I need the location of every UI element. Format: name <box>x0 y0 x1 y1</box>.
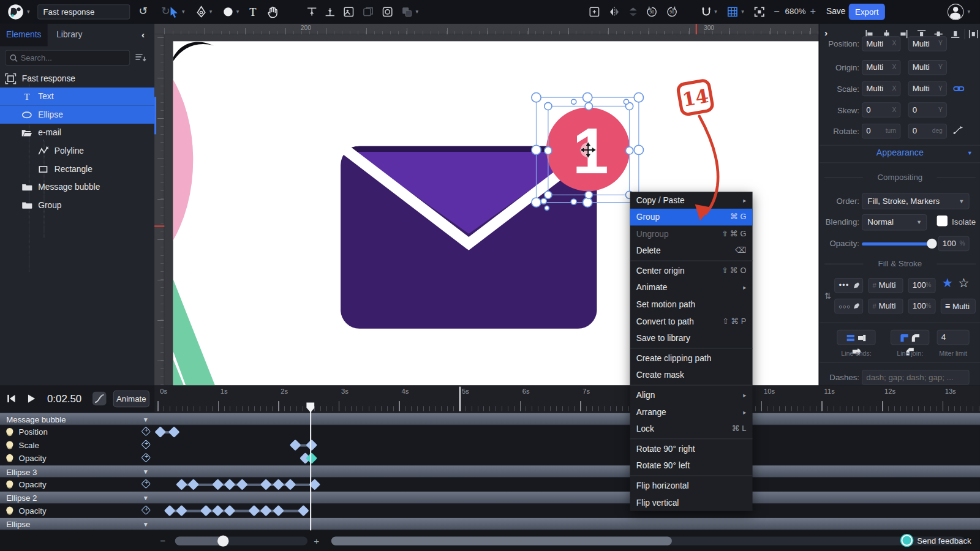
keyframe[interactable] <box>176 479 187 490</box>
timeline-scrollbar[interactable] <box>331 537 965 545</box>
menu-item-copy-paste[interactable]: Copy / Paste▸ <box>630 192 753 209</box>
track-property-position[interactable]: Position <box>0 425 980 438</box>
keyframe[interactable] <box>298 505 309 517</box>
menu-item-flip-vertical[interactable]: Flip vertical <box>630 494 753 511</box>
menu-item-ungroup[interactable]: Ungroup⇧ ⌘ G <box>630 225 753 242</box>
scale-y-field[interactable]: MultiY <box>908 81 947 96</box>
tab-library[interactable]: Library <box>48 24 91 47</box>
track-collapse-icon[interactable]: ▼ <box>143 492 149 504</box>
rotate-turn-field[interactable]: 0turn <box>862 124 900 138</box>
position-y-field[interactable]: MultiY <box>908 36 947 51</box>
stroke-width-dropdown[interactable]: ≡ Multi <box>941 299 976 313</box>
animate-button[interactable]: Animate <box>113 391 149 408</box>
orient-to-path-icon[interactable] <box>953 125 964 135</box>
menu-item-lock[interactable]: Lock⌘ L <box>630 421 753 438</box>
snap-magnet-icon[interactable] <box>700 6 712 18</box>
shape-tool-icon[interactable] <box>222 6 234 18</box>
frame-image-icon[interactable] <box>342 6 355 18</box>
menu-item-center-origin[interactable]: Center origin⇧ ⌘ O <box>630 263 753 280</box>
align-anchor-top-icon[interactable] <box>306 6 318 18</box>
rotate-90-cw-icon[interactable]: 90 <box>666 6 678 18</box>
keyframe[interactable] <box>285 479 296 490</box>
timeline-zoom-out-button[interactable]: − <box>160 530 165 551</box>
menu-item-arrange[interactable]: Arrange▸ <box>630 403 753 421</box>
track-collapse-icon[interactable]: ▼ <box>143 518 149 531</box>
keyframe[interactable] <box>306 440 317 451</box>
timeline-ruler[interactable]: 0s1s2s3s4s5s6s7s8s9s10s11s12s13s <box>154 386 980 413</box>
menu-item-create-clipping-path[interactable]: Create clipping path <box>630 350 753 367</box>
keyframe[interactable] <box>212 479 224 490</box>
add-keyframe-button[interactable] <box>141 479 151 489</box>
keyframe[interactable] <box>164 505 175 517</box>
logo-menu-caret[interactable]: ▾ <box>27 0 30 24</box>
rotate-90-ccw-icon[interactable]: 90 <box>646 6 658 18</box>
appearance-caret[interactable]: ▼ <box>967 150 973 156</box>
snap-caret[interactable]: ▾ <box>714 0 717 24</box>
keyframe[interactable] <box>236 479 248 490</box>
inspector-collapse-icon[interactable]: › <box>824 28 827 38</box>
fill-color-field[interactable]: # Multi <box>868 278 903 293</box>
stroke-swatch-button[interactable]: ○○○ <box>834 299 863 313</box>
track-property-scale[interactable]: Scale <box>0 438 980 451</box>
menu-item-rotate-90-left[interactable]: Rotate 90° left <box>630 457 753 474</box>
distribute-h-icon[interactable] <box>968 29 979 39</box>
search-input[interactable] <box>21 51 127 65</box>
layer-item-rectangle[interactable]: Rectangle <box>0 160 154 178</box>
zoom-slider-thumb[interactable] <box>217 535 228 546</box>
add-keyframe-button[interactable] <box>141 505 151 515</box>
sort-icon[interactable] <box>134 51 146 64</box>
stroke-color-field[interactable]: # Multi <box>868 299 903 313</box>
layer-item-e-mail[interactable]: e-mail <box>0 124 154 142</box>
menu-item-set-motion-path[interactable]: Set motion path <box>630 296 753 313</box>
shape-tool-caret[interactable]: ▾ <box>236 0 239 24</box>
track-group-ellipse-3[interactable]: Ellipse 3▼ <box>0 465 980 478</box>
keyframe[interactable] <box>212 505 224 517</box>
keyframe[interactable] <box>260 505 272 517</box>
track-group-message-bubble[interactable]: Message bubble▼ <box>0 412 980 425</box>
pen-tool-icon[interactable] <box>195 6 207 18</box>
line-ends-buttons[interactable] <box>837 330 875 345</box>
isolate-checkbox[interactable] <box>937 216 948 226</box>
sidebar-collapse-icon[interactable]: ‹ <box>137 28 149 42</box>
timeline-end-marker[interactable] <box>459 387 461 411</box>
select-tool-caret[interactable]: ▾ <box>182 0 185 24</box>
current-time-display[interactable]: 0:02.50 <box>40 386 89 413</box>
menu-item-group[interactable]: Group⌘ G <box>630 209 753 226</box>
track-group-ellipse-2[interactable]: Ellipse 2▼ <box>0 491 980 504</box>
layer-item-fast-response[interactable]: Fast response <box>0 69 154 88</box>
hand-tool-icon[interactable] <box>266 6 279 18</box>
keyframe[interactable] <box>168 426 179 438</box>
keyframe[interactable] <box>176 505 187 517</box>
menu-item-convert-to-path[interactable]: Convert to path⇧ ⌘ P <box>630 313 753 330</box>
frame-star-icon[interactable] <box>588 6 600 18</box>
grid-icon[interactable] <box>726 6 739 18</box>
keyframe[interactable] <box>200 505 212 517</box>
keyframe[interactable] <box>260 479 272 490</box>
scrollbar-thumb[interactable] <box>331 537 672 545</box>
fill-star-outline-icon[interactable]: ☆ <box>958 276 969 290</box>
add-keyframe-button[interactable] <box>141 453 151 463</box>
menu-item-save-to-library[interactable]: Save to library <box>630 330 753 347</box>
appearance-section-toggle[interactable]: Appearance <box>820 148 980 157</box>
playhead-line[interactable] <box>311 405 312 530</box>
swap-fill-stroke-icon[interactable]: ⇅ <box>824 291 831 301</box>
undo-icon[interactable]: ↺ <box>139 0 148 24</box>
origin-x-field[interactable]: MultiX <box>862 60 900 75</box>
document-title-input[interactable] <box>37 4 130 19</box>
app-logo-icon[interactable] <box>7 4 24 20</box>
pen-tool-caret[interactable]: ▾ <box>209 0 213 24</box>
skew-y-field[interactable]: 0Y <box>908 102 947 117</box>
miter-limit-field[interactable]: 4 <box>937 330 970 345</box>
blending-dropdown[interactable]: Normal▼ <box>862 214 927 231</box>
add-keyframe-button[interactable] <box>141 427 151 437</box>
opacity-field[interactable]: 100% <box>938 236 970 251</box>
menu-item-flip-horizontal[interactable]: Flip horizontal <box>630 478 753 495</box>
fill-star-icon[interactable]: ★ <box>942 276 953 290</box>
export-button[interactable]: Export <box>849 4 885 20</box>
send-feedback-button[interactable]: Send feedback <box>902 530 971 551</box>
save-button[interactable]: Save <box>826 0 845 24</box>
align-anchor-bottom-icon[interactable] <box>324 6 336 18</box>
menu-item-align[interactable]: Align▸ <box>630 387 753 404</box>
track-collapse-icon[interactable]: ▼ <box>143 465 149 478</box>
track-group-ellipse[interactable]: Ellipse▼ <box>0 517 980 530</box>
